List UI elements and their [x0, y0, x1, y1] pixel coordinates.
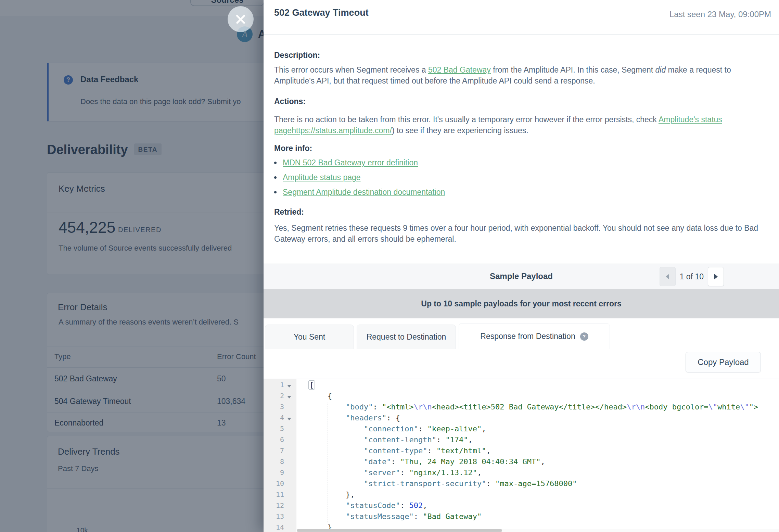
code-line: {	[309, 392, 779, 403]
copy-payload-button[interactable]: Copy Payload	[686, 352, 761, 372]
line-number: 12	[264, 501, 284, 512]
payload-pager: 1 of 10	[660, 267, 724, 286]
line-number: 5	[264, 425, 284, 435]
code-line: "server": "nginx/1.13.12",	[309, 468, 779, 479]
fold-spacer	[284, 468, 294, 479]
code-line: "content-length": "174",	[309, 435, 779, 446]
fold-spacer	[284, 512, 294, 523]
actions-paragraph: There is no action to be taken from this…	[274, 114, 753, 136]
gutter-line: 7	[264, 446, 296, 457]
close-button[interactable]	[228, 6, 254, 32]
line-number: 7	[264, 446, 284, 457]
retried-heading: Retried:	[274, 207, 304, 217]
payload-page-indicator: 1 of 10	[680, 272, 704, 281]
link-amplitude-status[interactable]: Amplitude status page	[283, 173, 361, 182]
code-line: "headers": {	[309, 414, 779, 425]
tab-request-to-destination[interactable]: Request to Destination	[357, 325, 456, 349]
more-info-heading: More info:	[274, 144, 312, 153]
gutter-line: 13	[264, 512, 296, 523]
tab-you-sent[interactable]: You Sent	[265, 325, 354, 349]
chevron-left-icon	[666, 274, 669, 279]
error-detail-panel: 502 Gateway Timeout Last seen 23 May, 09…	[264, 0, 779, 532]
more-info-list: MDN 502 Bad Gateway error definition Amp…	[281, 158, 445, 202]
gutter-line: 5	[264, 425, 296, 435]
payload-info-banner: Up to 10 sample payloads for your most r…	[264, 289, 779, 318]
next-payload-button[interactable]	[708, 267, 724, 286]
code-line: [	[309, 381, 779, 392]
description-heading: Description:	[274, 51, 320, 60]
fold-toggle-icon[interactable]	[284, 414, 294, 425]
fold-spacer	[284, 457, 294, 468]
line-number: 10	[264, 479, 284, 490]
code-line: "body": "<html>\r\n<head><title>502 Bad …	[309, 403, 779, 414]
list-item: Amplitude status page	[281, 173, 445, 188]
line-number: 14	[264, 523, 284, 532]
payload-tabs: You Sent Request to Destination Response…	[264, 318, 779, 349]
tab-response-from-destination[interactable]: Response from Destination ?	[459, 323, 610, 349]
gutter-line: 6	[264, 435, 296, 446]
divider	[264, 34, 779, 35]
last-seen-timestamp: Last seen 23 May, 09:00PM	[669, 10, 771, 19]
chevron-right-icon	[714, 274, 718, 279]
code-line: "date": "Thu, 24 May 2018 04:40:34 GMT",	[309, 457, 779, 468]
code-line: "statusCode": 502,	[309, 501, 779, 512]
line-number: 1	[264, 381, 284, 392]
gutter-line: 10	[264, 479, 296, 490]
link-502-bad-gateway[interactable]: 502 Bad Gateway	[428, 65, 491, 74]
panel-title: 502 Gateway Timeout	[274, 8, 369, 18]
line-number: 13	[264, 512, 284, 523]
link-mdn-502-definition[interactable]: MDN 502 Bad Gateway error definition	[283, 158, 418, 167]
fold-spacer	[284, 501, 294, 512]
actions-heading: Actions:	[274, 97, 306, 106]
line-number: 9	[264, 468, 284, 479]
description-paragraph: This error occurs when Segment receives …	[274, 64, 753, 86]
help-icon[interactable]: ?	[580, 332, 588, 341]
code-line: "connection": "keep-alive",	[309, 425, 779, 435]
fold-toggle-icon[interactable]	[284, 392, 294, 403]
payload-code-editor[interactable]: 1234567891011121314 [ { "body": "<html>\…	[264, 379, 779, 532]
code-line: "strict-transport-security": "max-age=15…	[309, 479, 779, 490]
line-number: 8	[264, 457, 284, 468]
fold-spacer	[284, 446, 294, 457]
gutter-line: 2	[264, 392, 296, 403]
fold-spacer	[284, 479, 294, 490]
gutter-line: 4	[264, 414, 296, 425]
fold-spacer	[284, 523, 294, 532]
code-line: },	[309, 490, 779, 501]
retried-paragraph: Yes, Segment retries these requests 9 ti…	[274, 223, 760, 244]
scrollbar-thumb[interactable]	[297, 529, 502, 532]
fold-spacer	[284, 490, 294, 501]
line-number: 6	[264, 435, 284, 446]
line-number: 3	[264, 403, 284, 414]
gutter-line: 14	[264, 523, 296, 532]
sample-payload-header: Sample Payload 1 of 10	[264, 264, 779, 289]
gutter-line: 3	[264, 403, 296, 414]
link-segment-amplitude-docs[interactable]: Segment Amplitude destination documentat…	[283, 188, 445, 197]
gutter-line: 8	[264, 457, 296, 468]
code-line: "statusMessage": "Bad Gateway"	[309, 512, 779, 523]
horizontal-scrollbar[interactable]	[297, 529, 779, 532]
code-gutter: 1234567891011121314	[264, 379, 296, 532]
fold-spacer	[284, 425, 294, 435]
fold-spacer	[284, 403, 294, 414]
fold-spacer	[284, 435, 294, 446]
line-number: 4	[264, 414, 284, 425]
list-item: Segment Amplitude destination documentat…	[281, 188, 445, 202]
gutter-line: 11	[264, 490, 296, 501]
previous-payload-button[interactable]	[660, 267, 676, 286]
gutter-line: 9	[264, 468, 296, 479]
fold-toggle-icon[interactable]	[284, 381, 294, 392]
line-number: 2	[264, 392, 284, 403]
line-number: 11	[264, 490, 284, 501]
list-item: MDN 502 Bad Gateway error definition	[281, 158, 445, 173]
gutter-line: 12	[264, 501, 296, 512]
gutter-line: 1	[264, 381, 296, 392]
divider	[264, 379, 779, 379]
code-lines: [ { "body": "<html>\r\n<head><title>502 …	[309, 381, 779, 532]
code-line: "content-type": "text/html",	[309, 446, 779, 457]
